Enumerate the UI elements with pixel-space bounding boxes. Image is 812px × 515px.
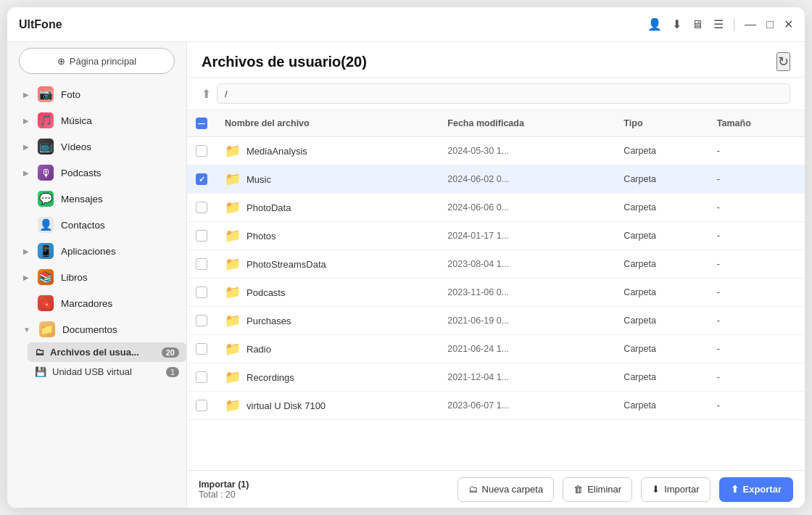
- refresh-button[interactable]: ↻: [776, 52, 790, 71]
- back-button[interactable]: ⬆: [202, 87, 211, 101]
- expand-icon: ▼: [23, 326, 30, 334]
- path-input[interactable]: [217, 83, 790, 104]
- file-name[interactable]: PhotoData: [246, 202, 291, 213]
- content-area: Archivos de usuario(20) ↻ ⬆ Nombre: [187, 42, 805, 508]
- import-button[interactable]: ⬇ Importar: [641, 477, 710, 502]
- videos-icon: 📺: [38, 139, 54, 154]
- profile-icon[interactable]: 👤: [647, 17, 662, 31]
- file-date: 2023-06-07 1...: [439, 392, 615, 420]
- file-type: Carpeta: [615, 165, 708, 194]
- file-name-cell: 📁 virtual U Disk 7100: [216, 392, 439, 420]
- minimize-button[interactable]: —: [745, 18, 756, 31]
- checkbox-cell: [187, 194, 216, 222]
- export-label: Exportar: [743, 484, 782, 495]
- folder-icon: 📁: [225, 256, 241, 272]
- sidebar-item-videos[interactable]: ▶ 📺 Vídeos: [12, 133, 182, 160]
- row-checkbox[interactable]: [196, 230, 207, 242]
- sidebar-item-libros[interactable]: ▶ 📚 Libros: [12, 264, 182, 290]
- file-type: Carpeta: [615, 279, 708, 307]
- foto-icon: 📷: [38, 86, 54, 102]
- expand-icon: ▶: [23, 247, 29, 255]
- file-date: 2021-06-19 0...: [439, 307, 615, 335]
- file-size: -: [708, 335, 805, 363]
- header-checkbox-cell: [187, 110, 216, 137]
- row-checkbox[interactable]: [196, 258, 207, 270]
- download-icon[interactable]: ⬇: [672, 17, 682, 31]
- col-name: Nombre del archivo: [216, 110, 439, 137]
- table-row: 📁 PhotoData 2024-06-06 0... Carpeta -: [187, 194, 805, 222]
- checkbox-cell: [187, 250, 216, 279]
- sidebar-item-documentos[interactable]: ▼ 📁 Documentos: [12, 316, 182, 342]
- file-name-cell: 📁 Music: [216, 165, 439, 194]
- table-row: 📁 Purchases 2021-06-19 0... Carpeta -: [187, 307, 805, 335]
- sidebar-item-marcadores[interactable]: ▶ 🔖 Marcadores: [12, 290, 182, 316]
- file-type: Carpeta: [615, 363, 708, 392]
- select-all-checkbox[interactable]: [196, 118, 207, 129]
- row-checkbox[interactable]: [196, 202, 207, 213]
- home-button[interactable]: ⊕ Página principal: [19, 48, 175, 74]
- file-name-cell: 📁 PhotoStreamsData: [216, 250, 439, 279]
- delete-button[interactable]: 🗑 Eliminar: [563, 477, 632, 502]
- podcasts-icon: 🎙: [38, 165, 54, 181]
- new-folder-button[interactable]: 🗂 Nueva carpeta: [457, 477, 555, 502]
- app-name: UltFone: [19, 18, 639, 31]
- file-name[interactable]: virtual U Disk 7100: [246, 400, 326, 411]
- sidebar-item-foto[interactable]: ▶ 📷 Foto: [12, 81, 182, 107]
- folder-icon: 📁: [225, 228, 241, 244]
- file-size: -: [708, 307, 805, 335]
- mensajes-icon: 💬: [38, 191, 54, 207]
- row-checkbox[interactable]: [196, 145, 207, 157]
- row-checkbox[interactable]: [196, 343, 207, 355]
- delete-label: Eliminar: [587, 484, 621, 495]
- checkbox-cell: [187, 392, 216, 420]
- total-count: Total : 20: [199, 490, 449, 500]
- books-icon: 📚: [38, 269, 54, 285]
- sidebar-item-mensajes[interactable]: ▶ 💬 Mensajes: [12, 186, 182, 212]
- footer: Importar (1) Total : 20 🗂 Nueva carpeta …: [187, 470, 805, 508]
- checkbox-cell: [187, 363, 216, 392]
- row-checkbox[interactable]: [196, 287, 207, 298]
- col-date: Fecha modificada: [439, 110, 615, 137]
- file-name[interactable]: Purchases: [246, 316, 291, 326]
- file-name[interactable]: Recordings: [246, 372, 294, 383]
- import-label: Importar: [664, 484, 699, 495]
- file-type: Carpeta: [615, 335, 708, 363]
- table-row: 📁 Recordings 2021-12-04 1... Carpeta -: [187, 363, 805, 392]
- row-checkbox[interactable]: [196, 371, 207, 383]
- sidebar-label-docs: Documentos: [62, 324, 117, 335]
- file-name[interactable]: MediaAnalysis: [246, 146, 307, 157]
- archivos-item[interactable]: 🗂 Archivos del usua... 20: [28, 342, 186, 362]
- file-name[interactable]: Photos: [246, 231, 276, 242]
- file-name[interactable]: Music: [246, 174, 271, 185]
- file-name[interactable]: Radio: [246, 344, 271, 355]
- row-checkbox[interactable]: [196, 400, 207, 411]
- maximize-button[interactable]: □: [766, 18, 774, 31]
- sidebar-label-contactos: Contactos: [61, 220, 105, 231]
- titlebar-divider: [734, 18, 734, 31]
- export-button[interactable]: ⬆ Exportar: [719, 477, 793, 502]
- file-size: -: [708, 392, 805, 420]
- menu-icon[interactable]: ☰: [713, 17, 724, 31]
- file-name[interactable]: PhotoStreamsData: [246, 259, 326, 270]
- sidebar-item-contactos[interactable]: ▶ 👤 Contactos: [12, 212, 182, 238]
- close-button[interactable]: ✕: [784, 17, 793, 31]
- usb-item[interactable]: 💾 Unidad USB virtual 1: [28, 362, 186, 382]
- file-name-cell: 📁 MediaAnalysis: [216, 137, 439, 165]
- screen-icon[interactable]: 🖥: [692, 18, 703, 31]
- home-icon: ⊕: [57, 56, 65, 67]
- folder-icon: 📁: [225, 313, 241, 329]
- sidebar-item-podcasts[interactable]: ▶ 🎙 Podcasts: [12, 160, 182, 186]
- file-type: Carpeta: [615, 392, 708, 420]
- file-size: -: [708, 165, 805, 194]
- sidebar-item-aplicaciones[interactable]: ▶ 📱 Aplicaciones: [12, 238, 182, 264]
- file-name-cell: 📁 PhotoData: [216, 194, 439, 222]
- archivos-label: Archivos del usua...: [50, 347, 139, 358]
- sub-item-usb: 💾 Unidad USB virtual 1: [7, 362, 186, 382]
- row-checkbox[interactable]: [196, 315, 207, 326]
- sidebar-item-musica[interactable]: ▶ 🎵 Música: [12, 107, 182, 133]
- home-label: Página principal: [70, 56, 137, 67]
- row-checkbox[interactable]: [196, 173, 207, 185]
- file-name[interactable]: Podcasts: [246, 287, 285, 298]
- file-size: -: [708, 194, 805, 222]
- file-size: -: [708, 250, 805, 279]
